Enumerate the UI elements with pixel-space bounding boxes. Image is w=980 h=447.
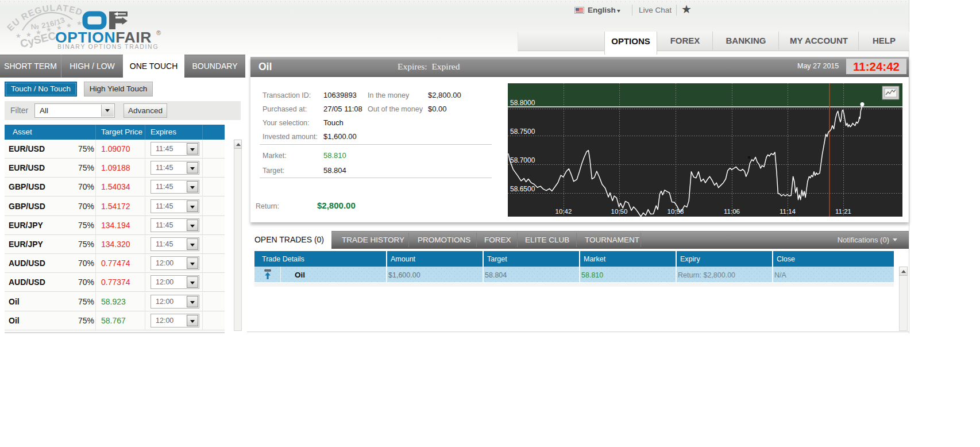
svg-text:®: ®	[156, 29, 161, 36]
svg-text:10:50: 10:50	[611, 208, 628, 215]
svg-text:10:42: 10:42	[555, 208, 572, 215]
svg-text:11:06: 11:06	[724, 208, 740, 215]
svg-text:58.8000: 58.8000	[510, 99, 535, 107]
svg-text:11:14: 11:14	[780, 208, 796, 215]
svg-text:10:58: 10:58	[668, 208, 684, 215]
svg-text:★: ★	[66, 22, 72, 29]
svg-text:58.6500: 58.6500	[510, 185, 535, 193]
svg-text:58.7500: 58.7500	[510, 128, 535, 136]
svg-text:★: ★	[76, 20, 82, 26]
svg-text:11:21: 11:21	[835, 208, 851, 215]
svg-text:58.7000: 58.7000	[510, 156, 535, 164]
svg-text:BINARY OPTIONS TRADING: BINARY OPTIONS TRADING	[57, 43, 159, 50]
